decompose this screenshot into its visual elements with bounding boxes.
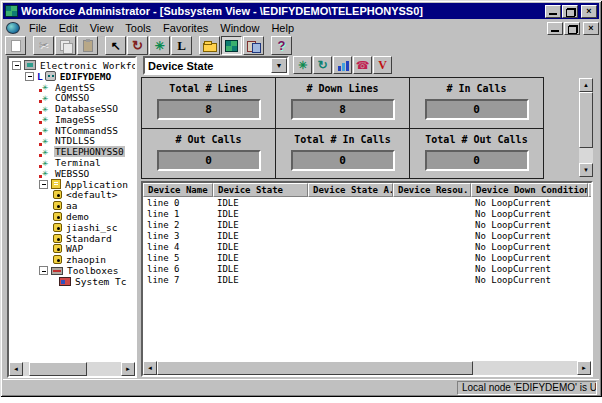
tree-item-jiashi[interactable]: jiashi_sc — [9, 222, 135, 233]
local-node-button[interactable]: L — [171, 36, 192, 55]
new-button[interactable] — [5, 36, 26, 55]
cell-device-name: line 0 — [143, 198, 213, 208]
tree-item-telephonyss0-selected[interactable]: ✳ TELEPHONYSS0 — [9, 146, 135, 157]
table-row[interactable]: line 5 IDLE No LoopCurrent — [143, 252, 591, 263]
tree-item-zhaopin[interactable]: zhaopin — [9, 254, 135, 265]
workforce-view-button[interactable] — [221, 36, 242, 55]
table-row[interactable]: line 6 IDLE No LoopCurrent — [143, 263, 591, 274]
close-button[interactable]: × — [581, 5, 597, 18]
subsystem-button[interactable]: ✳ — [149, 36, 170, 55]
refresh-button[interactable]: ↻ — [127, 36, 148, 55]
scrollbar-thumb[interactable] — [157, 361, 473, 375]
scrollbar-track[interactable] — [23, 362, 121, 376]
collapse-icon[interactable] — [39, 180, 48, 189]
column-device-resource[interactable]: Device Resou... — [393, 183, 471, 197]
scroll-right-button[interactable]: ► — [577, 361, 591, 375]
column-device-name[interactable]: Device Name — [143, 183, 213, 197]
open-folder-button[interactable] — [199, 36, 220, 55]
mdi-close-button[interactable]: × — [583, 22, 599, 35]
panel-chart-button[interactable] — [333, 56, 352, 74]
tree-item-wap[interactable]: WAP — [9, 244, 135, 255]
mdi-system-menu-icon[interactable] — [6, 22, 20, 34]
tree-item-toolboxes[interactable]: Toolboxes — [9, 265, 135, 276]
scroll-up-button[interactable]: ▲ — [579, 78, 593, 92]
scroll-right-button[interactable]: ► — [121, 362, 135, 376]
mdi-minimize-button[interactable] — [547, 22, 563, 35]
menu-window[interactable]: Window — [214, 21, 265, 35]
subsystem-icon: ✳ — [39, 93, 51, 103]
panel-refresh-button[interactable]: ↻ — [313, 56, 332, 74]
table-row[interactable]: line 0 IDLE No LoopCurrent — [143, 197, 591, 208]
scroll-left-button[interactable]: ◄ — [9, 362, 23, 376]
stats-vertical-scrollbar[interactable]: ▲ ▼ — [579, 78, 593, 177]
scrollbar-track[interactable] — [157, 361, 577, 375]
panel-validate-button[interactable]: V — [373, 56, 392, 74]
tree-item-demo[interactable]: demo — [9, 211, 135, 222]
panel-subsystem-button[interactable]: ✳ — [293, 56, 312, 74]
cell-device-state: IDLE — [213, 198, 308, 208]
tree-item-terminal[interactable]: ✳ Terminal — [9, 157, 135, 168]
tree-item-databasesso[interactable]: ✳ DatabaseSSO — [9, 103, 135, 114]
cell-device-name: line 5 — [143, 253, 213, 263]
tree-item-default-app[interactable]: <default> — [9, 190, 135, 201]
scroll-down-button[interactable]: ▼ — [579, 163, 593, 177]
view-selector-combobox[interactable]: Device State ▼ — [143, 56, 289, 75]
stat-value: 0 — [425, 150, 529, 171]
table-horizontal-scrollbar[interactable]: ◄ ► — [143, 361, 591, 375]
cut-button[interactable]: ✂ — [33, 36, 54, 55]
tree-item-aa[interactable]: aa — [9, 200, 135, 211]
collapse-icon[interactable] — [39, 266, 48, 275]
panels-button[interactable] — [243, 36, 264, 55]
tree-item-websso[interactable]: ✳ WEBSSO — [9, 168, 135, 179]
cell-device-name: line 7 — [143, 275, 213, 285]
minimize-button[interactable] — [545, 5, 561, 18]
help-button[interactable]: ? — [271, 36, 292, 55]
scrollbar-thumb[interactable] — [579, 92, 593, 148]
collapse-icon[interactable] — [12, 61, 21, 70]
menu-favorites[interactable]: Favorites — [157, 21, 214, 35]
restore-icon — [566, 8, 576, 17]
menu-view[interactable]: View — [84, 21, 120, 35]
collapse-icon[interactable] — [25, 72, 34, 81]
close-icon: × — [588, 23, 593, 33]
tree-item-label: <default> — [65, 189, 118, 200]
pointer-button[interactable]: ↖ — [105, 36, 126, 55]
tree-item-agentss[interactable]: ✳ AgentSS — [9, 82, 135, 93]
tree-item-system-toolbox[interactable]: System Tc — [9, 276, 135, 287]
application-icon — [53, 244, 62, 253]
tree-item-ntdllss[interactable]: ✳ NTDLLSS — [9, 136, 135, 147]
subsystem-icon: ✳ — [39, 104, 51, 114]
menu-bar: File Edit View Tools Favorites Window He… — [3, 20, 599, 36]
table-row[interactable]: line 2 IDLE No LoopCurrent — [143, 219, 591, 230]
tree-horizontal-scrollbar[interactable]: ◄ ► — [9, 362, 135, 376]
menu-tools[interactable]: Tools — [119, 21, 157, 35]
column-device-state[interactable]: Device State — [213, 183, 308, 197]
tree-item-standard[interactable]: Standard — [9, 233, 135, 244]
combo-dropdown-button[interactable]: ▼ — [271, 58, 287, 73]
column-device-state-a[interactable]: Device State A... — [308, 183, 393, 197]
paste-icon — [83, 40, 93, 52]
table-row[interactable]: line 3 IDLE No LoopCurrent — [143, 230, 591, 241]
menu-file[interactable]: File — [23, 21, 53, 35]
table-row[interactable]: line 1 IDLE No LoopCurrent — [143, 208, 591, 219]
scrollbar-thumb[interactable] — [29, 362, 87, 376]
column-device-down-condition[interactable]: Device Down Condition — [471, 183, 588, 197]
tree-item-electronic-workforce[interactable]: Electronic Workfor — [9, 60, 135, 71]
tree-item-ntcommandss[interactable]: ✳ NTCommandSS — [9, 125, 135, 136]
tree-item-application[interactable]: Application — [9, 179, 135, 190]
panel-phone-button[interactable]: ☎ — [353, 56, 372, 74]
tree-item-imagess[interactable]: ✳ ImageSS — [9, 114, 135, 125]
copy-button[interactable] — [55, 36, 76, 55]
tree-item-comsso[interactable]: ✳ COMSSO — [9, 92, 135, 103]
scroll-left-button[interactable]: ◄ — [143, 361, 157, 375]
tree-item-label: TELEPHONYSS0 — [54, 146, 125, 157]
menu-help[interactable]: Help — [265, 21, 300, 35]
paste-button[interactable] — [77, 36, 98, 55]
tree-item-edifydemo[interactable]: L EDIFYDEMO — [9, 71, 135, 82]
mdi-restore-button[interactable] — [564, 22, 580, 35]
table-row[interactable]: line 7 IDLE No LoopCurrent — [143, 274, 591, 285]
scrollbar-track[interactable] — [579, 92, 593, 163]
restore-button[interactable] — [562, 5, 578, 18]
menu-edit[interactable]: Edit — [53, 21, 84, 35]
table-row[interactable]: line 4 IDLE No LoopCurrent — [143, 241, 591, 252]
